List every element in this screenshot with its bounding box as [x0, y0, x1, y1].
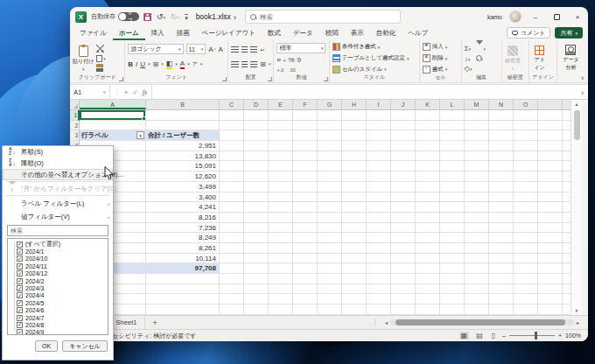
- cell-C16[interactable]: [220, 263, 244, 274]
- cell-M7[interactable]: [465, 172, 489, 182]
- column-header-D[interactable]: D: [244, 100, 269, 109]
- cell-O13[interactable]: [514, 233, 538, 243]
- cell-K7[interactable]: [416, 172, 440, 182]
- menu-item-sort-descending[interactable]: ZA↓ 降順(O): [3, 158, 113, 169]
- cell-B1[interactable]: [146, 110, 220, 121]
- cell-G1[interactable]: [318, 110, 342, 121]
- page-break-view-icon[interactable]: ▯: [490, 332, 497, 340]
- cell-L12[interactable]: [440, 223, 465, 234]
- cell-H19[interactable]: [342, 294, 367, 304]
- horizontal-scroll-track[interactable]: [390, 319, 574, 326]
- filter-item-2024/5[interactable]: 2024/5: [11, 299, 108, 306]
- checkbox-checked-icon[interactable]: [17, 242, 23, 248]
- cell-G18[interactable]: [318, 284, 342, 295]
- cell-J15[interactable]: [391, 254, 416, 264]
- filter-item-2024/4[interactable]: 2024/4: [11, 292, 108, 299]
- cell-J2[interactable]: [391, 121, 416, 131]
- align-left-icon[interactable]: [231, 61, 239, 67]
- cut-button[interactable]: [96, 45, 106, 52]
- undo-button[interactable]: ↺▾: [157, 12, 165, 21]
- cell-J6[interactable]: [391, 161, 416, 172]
- cell-B16[interactable]: 97,708: [146, 263, 220, 274]
- cell-I20[interactable]: [367, 304, 391, 315]
- cell-C20[interactable]: [220, 304, 244, 315]
- cell-M2[interactable]: [465, 121, 489, 131]
- column-header-G[interactable]: G: [318, 100, 342, 109]
- cell-O20[interactable]: [514, 304, 538, 315]
- cell-F14[interactable]: [293, 243, 318, 254]
- filter-item-2024/1[interactable]: 2024/1: [11, 248, 108, 255]
- cell-G14[interactable]: [318, 243, 342, 254]
- cell-K14[interactable]: [416, 243, 440, 254]
- filter-checkbox-list[interactable]: (すべて選択)2024/12024/102024/112024/122024/2…: [7, 238, 108, 335]
- cell-B12[interactable]: 7,236: [146, 223, 220, 234]
- cell-H14[interactable]: [342, 243, 367, 254]
- checkbox-checked-icon[interactable]: [17, 256, 23, 262]
- scroll-left-icon[interactable]: ◂: [385, 319, 388, 326]
- tab-ファイル[interactable]: ファイル: [74, 27, 113, 40]
- cell-E10[interactable]: [269, 202, 293, 213]
- enter-icon[interactable]: ✓: [132, 88, 137, 96]
- column-header-B[interactable]: B: [146, 100, 220, 109]
- cell-L8[interactable]: [440, 182, 465, 192]
- cell-F12[interactable]: [293, 223, 318, 234]
- cell-J11[interactable]: [391, 213, 416, 223]
- cell-J10[interactable]: [391, 202, 416, 213]
- tab-描画[interactable]: 描画: [171, 27, 196, 40]
- cell-K2[interactable]: [416, 121, 440, 131]
- cell-N4[interactable]: [489, 141, 514, 151]
- cell-I12[interactable]: [367, 223, 391, 234]
- cell-F20[interactable]: [293, 304, 318, 315]
- checkbox-checked-icon[interactable]: [17, 285, 23, 291]
- cell-K4[interactable]: [416, 141, 440, 151]
- tab-scroll-splitter[interactable]: ⋮: [372, 318, 378, 326]
- cell-M14[interactable]: [465, 243, 489, 254]
- cell-J8[interactable]: [391, 182, 416, 192]
- underline-button[interactable]: U: [140, 60, 145, 68]
- cell-O12[interactable]: [514, 223, 538, 234]
- autosum-button[interactable]: Σ▾: [465, 45, 472, 53]
- cell-O8[interactable]: [514, 182, 538, 192]
- cell-E9[interactable]: [269, 192, 293, 203]
- cell-O19[interactable]: [514, 294, 538, 304]
- cell-I16[interactable]: [367, 263, 391, 274]
- cell-E2[interactable]: [269, 121, 293, 131]
- row-label-filter-button[interactable]: ▾: [136, 131, 144, 139]
- cell-C12[interactable]: [220, 223, 244, 234]
- redo-button[interactable]: ↻▾: [171, 12, 179, 21]
- cell-D8[interactable]: [244, 182, 269, 192]
- cell-J17[interactable]: [391, 274, 416, 284]
- cell-G9[interactable]: [318, 192, 342, 203]
- name-box[interactable]: A1 ∨: [70, 85, 110, 99]
- menu-item-more-sort-options[interactable]: その他の並べ替えオプション(M)...: [3, 169, 113, 180]
- cells-item-0[interactable]: 挿入▾: [423, 43, 458, 52]
- cell-O7[interactable]: [514, 172, 538, 182]
- align-center-icon[interactable]: [242, 61, 248, 67]
- cell-N1[interactable]: [489, 110, 514, 121]
- cell-L20[interactable]: [440, 304, 465, 315]
- accessibility-status[interactable]: アクセシビリティ: 検討が必要です: [100, 332, 197, 340]
- cell-F13[interactable]: [293, 233, 318, 243]
- cell-M1[interactable]: [465, 110, 489, 121]
- cell-D14[interactable]: [244, 243, 269, 254]
- cell-H17[interactable]: [342, 274, 367, 284]
- cell-C7[interactable]: [220, 172, 244, 182]
- cell-G13[interactable]: [318, 233, 342, 243]
- cell-F10[interactable]: [293, 202, 318, 213]
- cell-K15[interactable]: [416, 254, 440, 264]
- cell-I18[interactable]: [367, 284, 391, 295]
- fill-color-button[interactable]: ◧: [166, 60, 173, 69]
- cell-L15[interactable]: [440, 254, 465, 264]
- cell-H10[interactable]: [342, 202, 367, 213]
- cell-E3[interactable]: [269, 130, 293, 141]
- vertical-scrollbar[interactable]: ▲ ▼: [570, 100, 582, 315]
- cell-N18[interactable]: [489, 284, 514, 295]
- collapse-ribbon-icon[interactable]: ∨: [581, 74, 584, 80]
- row-header-1[interactable]: 1: [70, 110, 80, 121]
- cell-L19[interactable]: [440, 294, 465, 304]
- cell-D10[interactable]: [244, 202, 269, 213]
- cell-L16[interactable]: [440, 263, 465, 274]
- cell-D2[interactable]: [244, 121, 269, 131]
- cell-O6[interactable]: [514, 161, 538, 172]
- cell-N7[interactable]: [489, 172, 514, 182]
